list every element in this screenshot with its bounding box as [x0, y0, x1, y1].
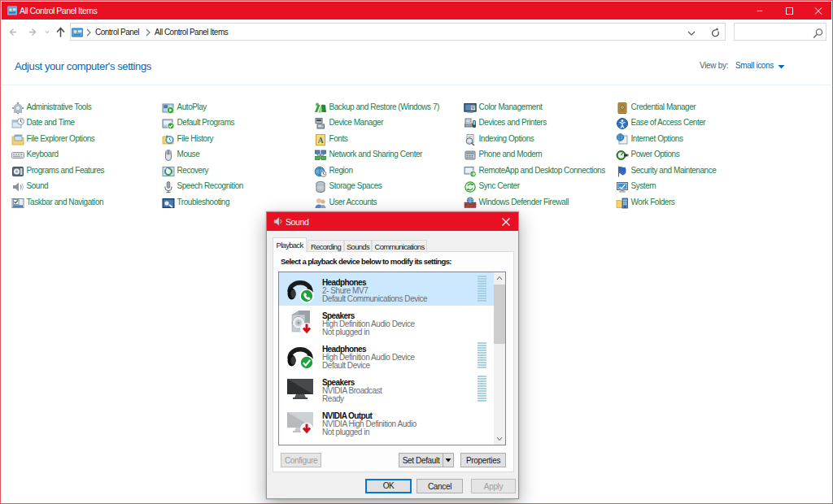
- svg-text:A: A: [317, 136, 324, 145]
